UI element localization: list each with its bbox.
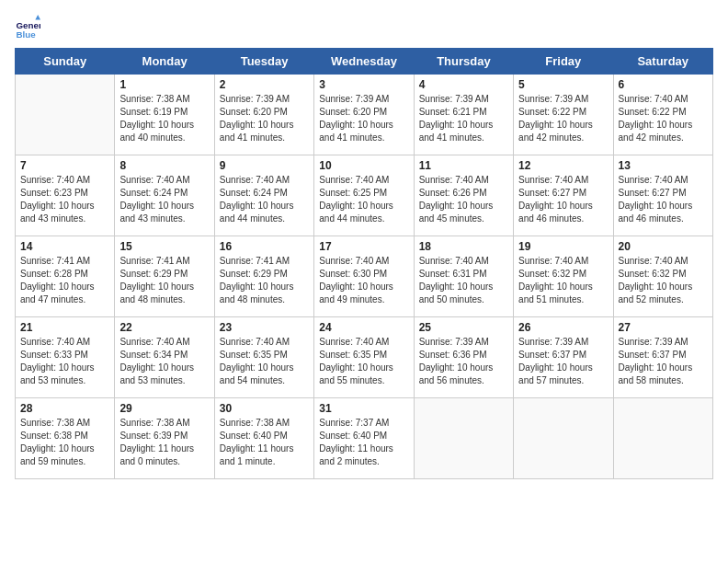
calendar-cell	[414, 398, 513, 479]
calendar-cell: 8Sunrise: 7:40 AM Sunset: 6:24 PM Daylig…	[115, 155, 214, 236]
day-info: Sunrise: 7:39 AM Sunset: 6:21 PM Dayligh…	[419, 93, 508, 144]
day-number: 26	[518, 321, 608, 334]
col-header-friday: Friday	[514, 49, 613, 75]
day-info: Sunrise: 7:40 AM Sunset: 6:30 PM Dayligh…	[319, 255, 408, 306]
day-number: 24	[319, 321, 408, 334]
day-info: Sunrise: 7:40 AM Sunset: 6:33 PM Dayligh…	[20, 336, 109, 387]
day-number: 12	[518, 159, 608, 172]
day-info: Sunrise: 7:40 AM Sunset: 6:27 PM Dayligh…	[619, 174, 708, 225]
col-header-monday: Monday	[115, 49, 214, 75]
day-info: Sunrise: 7:40 AM Sunset: 6:35 PM Dayligh…	[220, 336, 309, 387]
day-number: 28	[20, 402, 109, 415]
calendar-cell: 18Sunrise: 7:40 AM Sunset: 6:31 PM Dayli…	[414, 236, 513, 317]
day-number: 20	[619, 240, 708, 253]
calendar-cell	[514, 398, 613, 479]
calendar-cell: 25Sunrise: 7:39 AM Sunset: 6:36 PM Dayli…	[414, 317, 513, 398]
day-info: Sunrise: 7:38 AM Sunset: 6:38 PM Dayligh…	[20, 417, 109, 468]
calendar-cell: 3Sunrise: 7:39 AM Sunset: 6:20 PM Daylig…	[314, 75, 414, 155]
calendar-cell: 26Sunrise: 7:39 AM Sunset: 6:37 PM Dayli…	[514, 317, 613, 398]
day-number: 9	[220, 159, 309, 172]
day-number: 29	[119, 402, 209, 415]
day-info: Sunrise: 7:39 AM Sunset: 6:37 PM Dayligh…	[518, 336, 608, 387]
day-number: 4	[419, 78, 508, 91]
day-number: 22	[119, 321, 209, 334]
day-number: 27	[619, 321, 708, 334]
col-header-sunday: Sunday	[16, 49, 115, 75]
day-info: Sunrise: 7:40 AM Sunset: 6:24 PM Dayligh…	[119, 174, 209, 225]
day-number: 15	[119, 240, 209, 253]
calendar-cell: 1Sunrise: 7:38 AM Sunset: 6:19 PM Daylig…	[115, 75, 214, 155]
calendar-cell: 17Sunrise: 7:40 AM Sunset: 6:30 PM Dayli…	[314, 236, 414, 317]
day-info: Sunrise: 7:40 AM Sunset: 6:23 PM Dayligh…	[20, 174, 109, 225]
svg-marker-2	[35, 15, 40, 20]
day-info: Sunrise: 7:39 AM Sunset: 6:36 PM Dayligh…	[419, 336, 508, 387]
day-info: Sunrise: 7:39 AM Sunset: 6:37 PM Dayligh…	[619, 336, 708, 387]
calendar-cell: 15Sunrise: 7:41 AM Sunset: 6:29 PM Dayli…	[115, 236, 214, 317]
day-info: Sunrise: 7:40 AM Sunset: 6:26 PM Dayligh…	[419, 174, 508, 225]
day-info: Sunrise: 7:38 AM Sunset: 6:39 PM Dayligh…	[119, 417, 209, 468]
day-number: 23	[220, 321, 309, 334]
col-header-saturday: Saturday	[613, 49, 712, 75]
calendar-cell: 23Sunrise: 7:40 AM Sunset: 6:35 PM Dayli…	[214, 317, 313, 398]
day-info: Sunrise: 7:37 AM Sunset: 6:40 PM Dayligh…	[319, 417, 408, 468]
day-number: 31	[319, 402, 408, 415]
day-number: 21	[20, 321, 109, 334]
logo: General Blue	[15, 15, 44, 40]
calendar-cell: 30Sunrise: 7:38 AM Sunset: 6:40 PM Dayli…	[214, 398, 313, 479]
calendar-cell: 22Sunrise: 7:40 AM Sunset: 6:34 PM Dayli…	[115, 317, 214, 398]
day-info: Sunrise: 7:40 AM Sunset: 6:31 PM Dayligh…	[419, 255, 508, 306]
calendar-cell: 11Sunrise: 7:40 AM Sunset: 6:26 PM Dayli…	[414, 155, 513, 236]
calendar-cell: 5Sunrise: 7:39 AM Sunset: 6:22 PM Daylig…	[514, 75, 613, 155]
day-number: 7	[20, 159, 109, 172]
day-number: 25	[419, 321, 508, 334]
calendar-week-2: 7Sunrise: 7:40 AM Sunset: 6:23 PM Daylig…	[16, 155, 713, 236]
col-header-wednesday: Wednesday	[314, 49, 414, 75]
day-info: Sunrise: 7:40 AM Sunset: 6:25 PM Dayligh…	[319, 174, 408, 225]
calendar-cell: 14Sunrise: 7:41 AM Sunset: 6:28 PM Dayli…	[16, 236, 115, 317]
day-info: Sunrise: 7:40 AM Sunset: 6:27 PM Dayligh…	[518, 174, 608, 225]
calendar-cell	[16, 75, 115, 155]
calendar-cell: 31Sunrise: 7:37 AM Sunset: 6:40 PM Dayli…	[314, 398, 414, 479]
col-header-tuesday: Tuesday	[214, 49, 313, 75]
day-info: Sunrise: 7:40 AM Sunset: 6:34 PM Dayligh…	[119, 336, 209, 387]
calendar-cell: 12Sunrise: 7:40 AM Sunset: 6:27 PM Dayli…	[514, 155, 613, 236]
day-info: Sunrise: 7:40 AM Sunset: 6:22 PM Dayligh…	[619, 93, 708, 144]
day-info: Sunrise: 7:41 AM Sunset: 6:28 PM Dayligh…	[20, 255, 109, 306]
day-number: 1	[119, 78, 209, 91]
calendar-week-1: 1Sunrise: 7:38 AM Sunset: 6:19 PM Daylig…	[16, 75, 713, 155]
day-info: Sunrise: 7:40 AM Sunset: 6:35 PM Dayligh…	[319, 336, 408, 387]
day-info: Sunrise: 7:41 AM Sunset: 6:29 PM Dayligh…	[220, 255, 309, 306]
day-number: 11	[419, 159, 508, 172]
page-header: General Blue	[15, 15, 713, 40]
calendar-cell: 27Sunrise: 7:39 AM Sunset: 6:37 PM Dayli…	[613, 317, 712, 398]
day-number: 6	[619, 78, 708, 91]
svg-text:Blue: Blue	[16, 29, 36, 40]
day-info: Sunrise: 7:39 AM Sunset: 6:20 PM Dayligh…	[319, 93, 408, 144]
calendar-week-3: 14Sunrise: 7:41 AM Sunset: 6:28 PM Dayli…	[16, 236, 713, 317]
day-number: 17	[319, 240, 408, 253]
calendar-cell	[613, 398, 712, 479]
day-number: 19	[518, 240, 608, 253]
calendar-cell: 16Sunrise: 7:41 AM Sunset: 6:29 PM Dayli…	[214, 236, 313, 317]
day-number: 14	[20, 240, 109, 253]
day-info: Sunrise: 7:39 AM Sunset: 6:20 PM Dayligh…	[220, 93, 309, 144]
day-info: Sunrise: 7:38 AM Sunset: 6:19 PM Dayligh…	[119, 93, 209, 144]
calendar-cell: 19Sunrise: 7:40 AM Sunset: 6:32 PM Dayli…	[514, 236, 613, 317]
col-header-thursday: Thursday	[414, 49, 513, 75]
day-number: 16	[220, 240, 309, 253]
calendar-cell: 7Sunrise: 7:40 AM Sunset: 6:23 PM Daylig…	[16, 155, 115, 236]
day-number: 13	[619, 159, 708, 172]
calendar-cell: 29Sunrise: 7:38 AM Sunset: 6:39 PM Dayli…	[115, 398, 214, 479]
calendar-cell: 10Sunrise: 7:40 AM Sunset: 6:25 PM Dayli…	[314, 155, 414, 236]
day-info: Sunrise: 7:40 AM Sunset: 6:32 PM Dayligh…	[619, 255, 708, 306]
calendar-week-4: 21Sunrise: 7:40 AM Sunset: 6:33 PM Dayli…	[16, 317, 713, 398]
calendar-cell: 24Sunrise: 7:40 AM Sunset: 6:35 PM Dayli…	[314, 317, 414, 398]
calendar-cell: 2Sunrise: 7:39 AM Sunset: 6:20 PM Daylig…	[214, 75, 313, 155]
calendar-cell: 21Sunrise: 7:40 AM Sunset: 6:33 PM Dayli…	[16, 317, 115, 398]
day-info: Sunrise: 7:38 AM Sunset: 6:40 PM Dayligh…	[220, 417, 309, 468]
day-number: 8	[119, 159, 209, 172]
calendar-cell: 6Sunrise: 7:40 AM Sunset: 6:22 PM Daylig…	[613, 75, 712, 155]
logo-icon: General Blue	[15, 15, 40, 40]
day-info: Sunrise: 7:39 AM Sunset: 6:22 PM Dayligh…	[518, 93, 608, 144]
day-info: Sunrise: 7:40 AM Sunset: 6:32 PM Dayligh…	[518, 255, 608, 306]
